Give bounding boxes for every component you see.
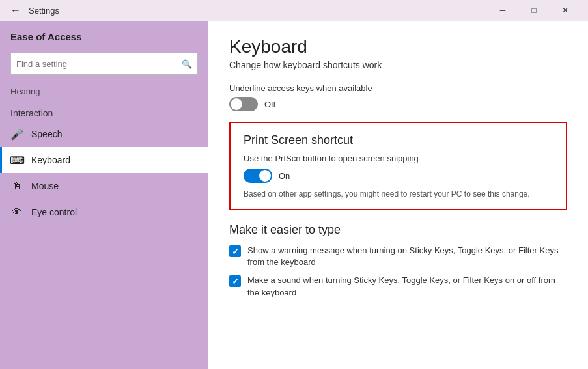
close-button[interactable]: ✕ (550, 0, 580, 21)
toggle-thumb-on (259, 170, 271, 182)
sidebar-item-keyboard-label: Keyboard (31, 155, 70, 165)
main-layout: Ease of Access 🔍 Hearing Interaction 🎤 S… (0, 21, 588, 369)
print-screen-toggle-text: On (279, 171, 290, 181)
check-icon-2: ✓ (232, 277, 239, 286)
underline-toggle-text: Off (264, 100, 275, 109)
sidebar-header: Ease of Access (0, 21, 208, 48)
page-subtitle: Change how keyboard shortcuts work (229, 60, 567, 70)
make-easier-heading: Make it easier to type (229, 223, 567, 237)
sidebar-item-speech[interactable]: 🎤 Speech (0, 121, 208, 147)
checkbox-row-sticky-warning: ✓ Show a warning message when turning on… (229, 245, 567, 268)
speech-icon: 🎤 (10, 128, 23, 141)
print-screen-toggle-row: On (244, 169, 553, 183)
sidebar-title: Ease of Access (10, 31, 198, 42)
content-area: Keyboard Change how keyboard shortcuts w… (208, 21, 588, 369)
maximize-button[interactable]: □ (519, 0, 549, 21)
sidebar-item-mouse[interactable]: 🖱 Mouse (0, 173, 208, 199)
print-screen-box: Print Screen shortcut Use the PrtScn but… (229, 122, 567, 210)
back-button[interactable]: ← (8, 3, 23, 18)
sidebar-item-eye-control-label: Eye control (31, 207, 77, 217)
search-box[interactable]: 🔍 (10, 53, 198, 75)
underline-setting: Underline access keys when available Off (229, 83, 567, 111)
underline-toggle[interactable] (229, 97, 258, 111)
sidebar-section-hearing: Hearing (0, 83, 208, 100)
sidebar-section-interaction: Interaction (0, 100, 208, 121)
search-icon: 🔍 (182, 59, 192, 69)
sticky-keys-sound-checkbox[interactable]: ✓ (229, 275, 241, 287)
underline-toggle-row: Off (229, 97, 567, 111)
titlebar-title: Settings (29, 6, 59, 16)
print-screen-title: Print Screen shortcut (244, 133, 553, 147)
print-screen-desc: Use the PrtScn button to open screen sni… (244, 154, 553, 163)
sidebar-item-mouse-label: Mouse (31, 181, 59, 191)
titlebar: ← Settings ─ □ ✕ (0, 0, 588, 21)
sidebar-item-eye-control[interactable]: 👁 Eye control (0, 199, 208, 225)
sticky-keys-warning-checkbox[interactable]: ✓ (229, 245, 241, 257)
keyboard-icon: ⌨ (10, 154, 23, 167)
check-icon: ✓ (232, 247, 239, 256)
eye-control-icon: 👁 (10, 206, 23, 219)
sticky-keys-warning-label: Show a warning message when turning on S… (247, 245, 567, 268)
underline-label: Underline access keys when available (229, 83, 567, 93)
toggle-thumb (231, 98, 242, 110)
checkbox-row-sticky-sound: ✓ Make a sound when turning Sticky Keys,… (229, 275, 567, 298)
minimize-button[interactable]: ─ (488, 0, 518, 21)
search-input[interactable] (16, 59, 182, 69)
window-controls: ─ □ ✕ (488, 0, 580, 21)
page-title: Keyboard (229, 36, 567, 57)
print-screen-toggle[interactable] (244, 169, 272, 183)
sidebar-item-keyboard[interactable]: ⌨ Keyboard (0, 147, 208, 173)
mouse-icon: 🖱 (10, 180, 23, 193)
sidebar: Ease of Access 🔍 Hearing Interaction 🎤 S… (0, 21, 208, 369)
sidebar-item-speech-label: Speech (31, 129, 62, 139)
sticky-keys-sound-label: Make a sound when turning Sticky Keys, T… (247, 275, 567, 298)
print-screen-note: Based on other app settings, you might n… (244, 189, 553, 198)
